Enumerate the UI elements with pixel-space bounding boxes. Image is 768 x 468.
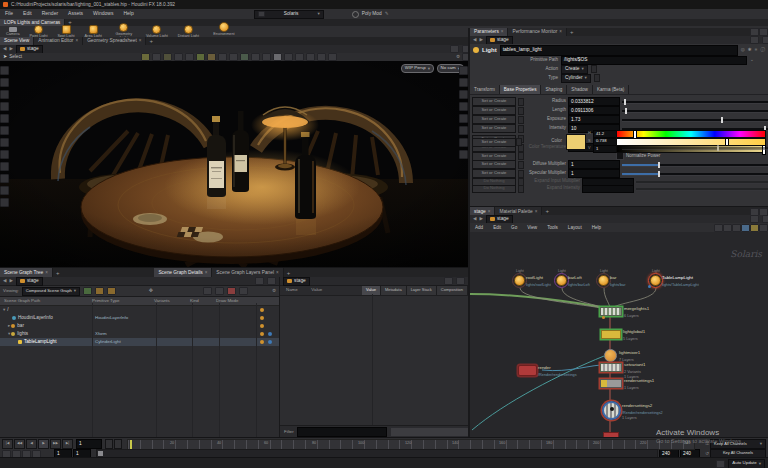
tab-shaping[interactable]: Shaping: [541, 85, 567, 94]
toggle-icon[interactable]: [203, 287, 212, 295]
jump-start-button[interactable]: |◀: [2, 439, 13, 449]
pin-icon[interactable]: [255, 277, 264, 285]
pin-icon[interactable]: [450, 45, 459, 53]
net-menu-edit[interactable]: Edit: [488, 225, 506, 230]
display-option-icon[interactable]: [459, 78, 468, 87]
parm-mode-dropdown[interactable]: Do Nothing: [472, 185, 516, 193]
close-icon[interactable]: ×: [45, 270, 48, 275]
pane-menu-icon[interactable]: [759, 28, 768, 36]
parm-grip[interactable]: [518, 107, 524, 115]
select-arrow-icon[interactable]: ➤: [3, 54, 7, 60]
parm-grip[interactable]: [591, 65, 597, 73]
add-pane-tab-button[interactable]: +: [542, 208, 552, 215]
nav-back-icon[interactable]: ◀: [3, 47, 6, 52]
net-toolbar-icon[interactable]: [750, 224, 759, 232]
table-row[interactable]: HoudiniLayerInfo HoudiniLayerInfo: [0, 314, 279, 322]
radial-menu-selector[interactable]: Poly Mod ✎: [352, 11, 389, 18]
tab-layer-stack[interactable]: Layer Stack: [407, 286, 437, 295]
display-option-icon[interactable]: [459, 138, 468, 147]
snap-icon[interactable]: [185, 53, 194, 61]
parm-grip[interactable]: [518, 152, 524, 160]
nav-back-icon[interactable]: ◀: [473, 38, 476, 43]
close-icon[interactable]: ×: [276, 270, 279, 275]
net-toolbar-icon[interactable]: [732, 224, 741, 232]
net-menu-help[interactable]: Help: [587, 225, 606, 230]
display-option-icon[interactable]: [459, 114, 468, 123]
node-rooflight[interactable]: Light roofLight lights/roofLight: [514, 275, 525, 286]
search-icon[interactable]: ◎: [741, 47, 745, 52]
table-row[interactable]: ▾ lights Xform: [0, 330, 279, 338]
pane-menu-icon[interactable]: [762, 215, 768, 223]
display-option-icon[interactable]: [459, 126, 468, 135]
toggle-icon[interactable]: [215, 287, 224, 295]
exposure-slider[interactable]: [622, 116, 768, 123]
sync-selection-icon[interactable]: ✥: [149, 288, 153, 294]
close-icon[interactable]: ×: [501, 29, 504, 34]
expand-icon[interactable]: ▸: [8, 323, 10, 328]
tool-icon[interactable]: [0, 174, 9, 183]
diffuse-slider[interactable]: [622, 161, 768, 168]
desktop-selector[interactable]: Solaris ▾: [254, 10, 324, 19]
add-pane-tab-button[interactable]: +: [284, 270, 294, 277]
menu-assets[interactable]: Assets: [63, 11, 88, 17]
add-pane-tab-button[interactable]: +: [567, 29, 577, 36]
net-menu-tools[interactable]: Tools: [542, 225, 563, 230]
tool-icon[interactable]: [0, 198, 9, 207]
tool-icon[interactable]: [0, 186, 9, 195]
table-row-selected[interactable]: TableLampLight CylinderLight: [0, 338, 279, 346]
snap-icon[interactable]: [229, 53, 238, 61]
snap-icon[interactable]: [196, 53, 205, 61]
path-stage-chip[interactable]: stage: [283, 277, 310, 286]
node-setvariant[interactable]: setvariant1 2 Variants 1 Layers: [600, 363, 622, 372]
display-option-icon[interactable]: [459, 66, 468, 75]
pane-menu-icon[interactable]: [267, 277, 276, 285]
scale-tool-icon[interactable]: [0, 102, 9, 111]
update-mode-dropdown[interactable]: Auto Update ▾: [728, 459, 765, 468]
snap-icon[interactable]: [306, 53, 315, 61]
menu-render[interactable]: Render: [37, 11, 63, 17]
snap-icon[interactable]: [218, 53, 227, 61]
pin-icon[interactable]: [750, 215, 759, 223]
col-primitive-type[interactable]: Primitive Type: [92, 299, 154, 304]
filter-options-strip[interactable]: [390, 427, 472, 437]
parm-mode-dropdown[interactable]: Set or Create: [472, 115, 516, 124]
visibility-dot[interactable]: [260, 316, 264, 320]
parm-mode-dropdown[interactable]: Set or Create: [472, 138, 516, 147]
snap-icon[interactable]: [273, 53, 282, 61]
radius-slider[interactable]: [622, 98, 768, 105]
proxy-dot[interactable]: [268, 340, 272, 344]
toggle-icon[interactable]: [239, 287, 248, 295]
tab-geometry-spreadsheet[interactable]: Geometry Spreadsheet×: [83, 37, 146, 45]
parm-grip[interactable]: [518, 116, 524, 124]
handle-tool-icon[interactable]: [0, 114, 9, 123]
close-icon[interactable]: ×: [559, 29, 562, 34]
pane-menu-icon[interactable]: [762, 36, 768, 44]
pane-menu-icon[interactable]: [456, 277, 465, 285]
network-canvas[interactable]: Solaris Light roofLight lights/roofLight…: [470, 232, 768, 437]
tab-transform[interactable]: Transform: [470, 85, 500, 94]
snap-icon[interactable]: [251, 53, 260, 61]
parm-grip[interactable]: [518, 98, 524, 106]
col-draw-mode[interactable]: Draw Mode: [216, 299, 252, 304]
current-frame-field[interactable]: 1: [76, 439, 102, 449]
nav-back-icon[interactable]: ◀: [473, 217, 476, 222]
prim-path-field[interactable]: /lights/$OS: [561, 56, 747, 65]
color-swatch[interactable]: [566, 134, 586, 150]
parm-grip[interactable]: [518, 170, 524, 178]
add-pane-tab-button[interactable]: +: [53, 270, 63, 277]
menu-help[interactable]: Help: [118, 11, 138, 17]
playhead[interactable]: [130, 440, 132, 449]
close-icon[interactable]: ×: [488, 209, 491, 214]
view-tool-icon[interactable]: [0, 66, 9, 75]
tab-karma[interactable]: Karma (Beta): [593, 85, 629, 94]
keep-channels-dropdown[interactable]: Keep All Channels ▾: [710, 439, 766, 449]
close-icon[interactable]: ×: [139, 38, 142, 43]
snap-icon[interactable]: [262, 53, 271, 61]
gear-icon[interactable]: ⚙: [272, 288, 276, 293]
net-menu-add[interactable]: Add: [470, 225, 488, 230]
pane-split-icon[interactable]: [750, 28, 759, 36]
play-reverse-button[interactable]: ◀: [26, 439, 37, 449]
tree-filter-icon[interactable]: [83, 287, 92, 295]
viewport-persp-pill[interactable]: WIP Persp ▾: [401, 64, 434, 73]
toggle-icon[interactable]: [227, 287, 236, 295]
